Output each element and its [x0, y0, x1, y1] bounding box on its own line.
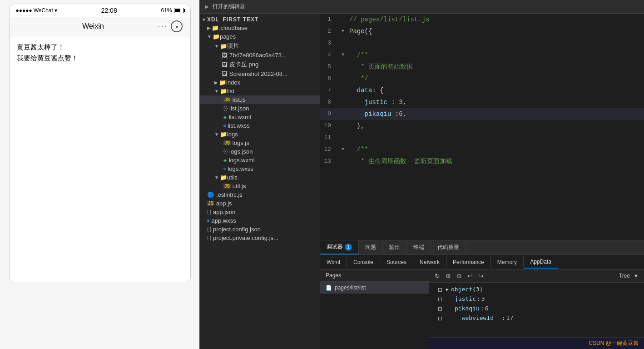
line-content-3 — [347, 37, 644, 49]
debug-node-webviewid[interactable]: □ __webviewId__ : 17 — [429, 313, 644, 323]
tab-problems[interactable]: 问题 — [359, 241, 383, 254]
tab-code-quality[interactable]: 代码质量 — [431, 241, 466, 254]
screenshot-icon: 🖼 — [222, 70, 228, 77]
battery-icon — [174, 8, 184, 13]
node-sep-justic: : — [477, 295, 481, 302]
tree-item-project-private[interactable]: {·} project.private.config.js... — [200, 234, 320, 242]
code-line-8: 8 justic : 3, — [320, 96, 644, 108]
tree-item-util-js[interactable]: JS util.js — [200, 182, 320, 190]
ide-top-bar: ▶ 打开的编辑器 — [200, 0, 644, 14]
utils-folder-icon: 📁 — [220, 174, 227, 181]
line-content-9: pikaqiu :6, — [347, 108, 644, 120]
tab-sources[interactable]: Sources — [380, 256, 413, 268]
debug-page-list-list[interactable]: 📄 pages/list/list — [320, 282, 429, 294]
debug-left-panel: Pages 📄 pages/list/list — [320, 269, 429, 349]
toolbar-redo-btn[interactable]: ↪ — [476, 271, 485, 280]
tree-item-list-js[interactable]: JS list.js — [200, 95, 320, 104]
line-num-11: 11 — [320, 132, 338, 144]
tree-item-img1[interactable]: 🖼 7b47e8086ac6a473... — [200, 51, 320, 60]
toolbar-undo-btn[interactable]: ↩ — [466, 271, 475, 280]
tab-wxml[interactable]: Wxml — [320, 256, 347, 268]
tab-memory[interactable]: Memory — [491, 256, 524, 268]
toolbar-tree-dropdown-btn[interactable]: ▼ — [632, 272, 640, 279]
eslint-label: .eslintrc.js — [216, 191, 243, 198]
tree-item-eslint[interactable]: 🔵 .eslintrc.js — [200, 190, 320, 199]
debug-node-justic[interactable]: □ justic : 3 — [429, 294, 644, 304]
tab-console[interactable]: Console — [347, 256, 380, 268]
tree-item-app-json[interactable]: {·} app.json — [200, 208, 320, 216]
tree-item-logs-js[interactable]: JS logs.js — [200, 139, 320, 147]
toolbar-collapse-btn[interactable]: ⊖ — [455, 271, 464, 280]
node-value-webviewid: 17 — [506, 314, 514, 321]
tree-item-logs-wxss[interactable]: ≡ logs.wxss — [200, 165, 320, 173]
tree-root-label[interactable]: ▼ XDL_FIRST TEXT — [200, 15, 320, 24]
app-wxss-icon: ≡ — [207, 218, 210, 223]
tree-item-index[interactable]: ▶ 📁 index — [200, 78, 320, 87]
tree-item-list[interactable]: ▼ 📁 list — [200, 87, 320, 95]
list-chevron-icon: ▼ — [214, 89, 219, 94]
line-content-5: * 页面的初始数据 — [347, 61, 644, 73]
logs-folder-icon: 📁 — [220, 131, 227, 138]
line-content-1: // pages/list/list.js — [347, 14, 644, 25]
tree-item-project-config[interactable]: {·} project.config.json — [200, 225, 320, 234]
tree-item-app-wxss[interactable]: ≡ app.wxss — [200, 216, 320, 225]
open-editor-btn[interactable]: 打开的编辑器 — [213, 3, 245, 10]
debug-node-pikaqiu[interactable]: □ pikaqiu : 6 — [429, 304, 644, 313]
app-wxss-label: app.wxss — [211, 217, 236, 224]
line-num-12: 12 — [320, 144, 338, 155]
tree-item-list-wxss[interactable]: ≡ list.wxss — [200, 121, 320, 130]
line-num-2: 2 — [320, 25, 338, 37]
tree-item-logs-json[interactable]: {·} logs.json — [200, 147, 320, 156]
code-line-7: 7 data: { — [320, 85, 644, 96]
tab-appdata[interactable]: AppData — [524, 256, 558, 269]
tree-item-cloudbase[interactable]: ▶ 📁 .cloudbase — [200, 24, 320, 32]
debug-node-object[interactable]: □ ▶ object {3} — [429, 284, 644, 294]
debug-pages-list: 📄 pages/list/list — [320, 282, 429, 349]
project-private-icon: {·} — [207, 235, 211, 240]
tree-item-list-wxml[interactable]: ◈ list.wxml — [200, 113, 320, 121]
tab-output[interactable]: 输出 — [383, 241, 407, 254]
tree-item-logs-wxml[interactable]: ◈ logs.wxml — [200, 156, 320, 165]
debug-panel: 调试器 1 问题 输出 终端 代码质量 — [320, 240, 644, 349]
toolbar-refresh-btn[interactable]: ↻ — [433, 271, 442, 280]
tree-item-list-json[interactable]: {·} list.json — [200, 104, 320, 113]
phone-nav-bar: Weixin ··· ● — [10, 17, 190, 36]
index-chevron-icon: ▶ — [214, 80, 218, 85]
line-num-8: 8 — [320, 96, 338, 108]
tree-item-pikachu-img[interactable]: 🖼 皮卡丘.png — [200, 60, 320, 70]
img1-label: 7b47e8086ac6a473... — [229, 52, 287, 59]
tab-terminal[interactable]: 终端 — [407, 241, 431, 254]
eslint-file-icon: 🔵 — [207, 191, 214, 198]
phone-nav-title: Weixin — [82, 22, 104, 30]
tab-sources-label: Sources — [386, 259, 406, 265]
tree-item-utils[interactable]: ▼ 📁 utils — [200, 173, 320, 182]
triangle-object-icon: ▶ — [444, 287, 451, 292]
node-key-justic: justic — [455, 295, 476, 302]
list-wxss-label: list.wxss — [228, 122, 249, 129]
expand-webviewid-icon: □ — [436, 314, 444, 321]
tab-network[interactable]: Network — [413, 256, 446, 268]
tree-item-pages[interactable]: ▼ 📁 pages — [200, 32, 320, 41]
page-path-label: pages/list/list — [335, 284, 366, 291]
tree-item-photos[interactable]: ▼ 📁 照片 — [200, 41, 320, 51]
util-js-icon: JS — [223, 184, 231, 189]
tree-item-screenshot[interactable]: 🖼 Screenshot 2022-08... — [200, 70, 320, 78]
nav-more-dots[interactable]: ··· — [158, 22, 167, 31]
node-key-webviewid: __webviewId__ — [455, 314, 501, 321]
logs-json-icon: {·} — [223, 149, 228, 154]
debug-body: Pages 📄 pages/list/list ↻ ⊕ — [320, 269, 644, 349]
tab-performance[interactable]: Performance — [446, 256, 491, 268]
index-label: index — [226, 79, 240, 86]
phone-status-left: ●●●●● WeChat ▾ — [16, 7, 57, 14]
ide-body: ▼ XDL_FIRST TEXT ▶ 📁 .cloudbase ▼ 📁 page… — [200, 14, 644, 349]
project-private-label: project.private.config.js... — [213, 234, 278, 241]
debug-tree: □ ▶ object {3} □ justic — [429, 283, 644, 337]
toolbar-expand-btn[interactable]: ⊕ — [444, 271, 453, 280]
tab-debugger[interactable]: 调试器 1 — [320, 240, 359, 254]
tree-item-logs[interactable]: ▼ 📁 logs — [200, 130, 320, 139]
logs-wxml-label: logs.wxml — [229, 157, 255, 164]
line-num-9: 9 — [320, 108, 338, 120]
tree-item-app-js[interactable]: JS app.js — [200, 199, 320, 208]
logs-chevron-icon: ▼ — [214, 132, 219, 137]
nav-record-btn[interactable]: ● — [171, 20, 183, 32]
